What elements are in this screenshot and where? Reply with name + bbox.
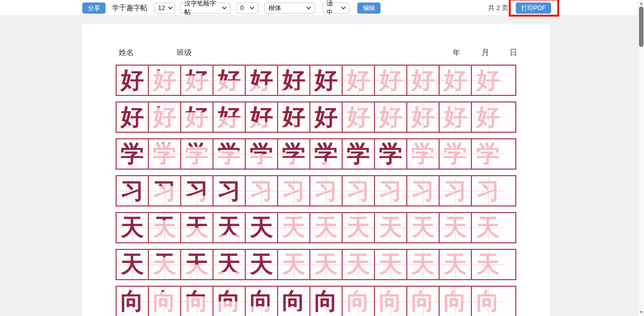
grid-cell: 学学	[343, 139, 375, 169]
grid-cell: 天	[343, 213, 375, 242]
stroke-progress-base: 学	[149, 139, 180, 169]
font-family-value: 楷体	[269, 4, 281, 13]
grid-cell: 学	[117, 139, 149, 169]
grid-cell: 好	[440, 102, 472, 132]
grid-cell: 习习	[149, 176, 181, 205]
chevron-down-icon	[222, 7, 227, 10]
grid-cell: 习	[375, 176, 407, 205]
edit-button[interactable]: 编辑	[357, 3, 381, 14]
density-select[interactable]: 适中	[323, 3, 350, 14]
worksheet-grid: 好好好好好好好好好好好好好好好好好好好好好好好好好好好好好好好好好好好好学学学学…	[116, 65, 517, 316]
scroll-up-arrow-icon[interactable]: ▲	[638, 0, 644, 6]
grid-cell: 天天	[149, 250, 181, 279]
grid-cell: 好好	[149, 102, 181, 132]
trace-character: 天	[278, 250, 309, 279]
share-button[interactable]: 分享	[82, 3, 105, 14]
density-value: 适中	[327, 0, 338, 17]
grid-cell: 好	[440, 66, 472, 95]
font-size-value: 12	[158, 5, 165, 12]
template-value: 汉字笔顺字帖	[184, 0, 219, 17]
scroll-down-arrow-icon[interactable]: ▼	[638, 309, 644, 315]
grid-cell: 习习	[181, 176, 213, 205]
example-character: 学	[117, 139, 148, 169]
trace-character: 习	[472, 176, 504, 205]
grid-cell: 天	[278, 250, 310, 279]
template-select[interactable]: 汉字笔顺字帖	[180, 3, 231, 14]
example-character: 向	[117, 287, 148, 316]
trace-character: 天	[407, 250, 439, 279]
trace-character: 习	[343, 176, 374, 205]
grid-row: 习习习习习习习习习习习习习习习	[116, 175, 516, 206]
grid-cell: 好	[375, 66, 407, 95]
toolbar: 分享 学于趣字帖 12 汉字笔顺字帖 0 楷体	[0, 0, 644, 16]
stroke-progress-ink: 好	[310, 102, 342, 132]
month-label: 月	[481, 48, 489, 58]
grid-cell: 习	[343, 176, 375, 205]
grid-cell: 向向	[149, 287, 181, 316]
trace-character: 好	[440, 66, 471, 95]
trace-character: 好	[472, 66, 504, 95]
example-character: 好	[117, 66, 148, 95]
grid-cell: 好好	[213, 102, 246, 132]
trace-character: 好	[407, 102, 439, 132]
chevron-down-icon	[250, 7, 254, 10]
trace-character: 天	[407, 213, 439, 242]
font-size-select[interactable]: 12	[154, 3, 175, 14]
grid-row: 好好好好好好好好好好好好好好好好好好	[116, 101, 516, 133]
stroke-progress-ink: 学	[375, 139, 406, 169]
font-family-select[interactable]: 楷体	[264, 3, 315, 14]
trace-character: 学	[472, 139, 504, 169]
grid-cell: 天	[343, 250, 375, 279]
trace-character: 天	[440, 213, 471, 242]
scrollbar-thumb[interactable]	[639, 7, 643, 47]
grid-cell: 好	[375, 102, 407, 132]
grid-cell: 向	[343, 287, 375, 316]
grid-cell: 向向	[310, 287, 343, 316]
trace-character: 习	[407, 176, 439, 205]
site-title: 学于趣字帖	[112, 4, 147, 13]
grid-cell: 好	[472, 102, 504, 132]
grid-cell: 好好	[278, 66, 310, 95]
trace-character: 天	[310, 250, 342, 279]
grid-row: 天天天天天天天天天天天天天天天天	[116, 212, 516, 243]
grid-cell: 向向	[246, 287, 278, 316]
name-label: 姓名	[119, 48, 134, 58]
grid-cell: 好	[117, 66, 149, 95]
grid-cell: 天	[375, 213, 407, 242]
chevron-down-icon	[168, 7, 173, 10]
grid-cell: 习	[472, 176, 504, 205]
chevron-down-icon	[306, 7, 311, 10]
stroke-option-select[interactable]: 0	[236, 3, 258, 14]
grid-cell: 天	[440, 213, 472, 242]
grid-cell: 天	[278, 213, 310, 242]
grid-cell: 向	[440, 287, 472, 316]
example-character: 习	[117, 176, 148, 205]
grid-cell: 好好	[310, 102, 343, 132]
example-character: 好	[117, 102, 148, 132]
stroke-progress-ink: 向	[310, 287, 342, 316]
scrollbar[interactable]: ▲ ▼	[637, 0, 644, 316]
stroke-progress-ink: 习	[213, 176, 245, 205]
grid-cell: 天	[117, 213, 149, 242]
trace-character: 天	[343, 213, 374, 242]
grid-cell: 天	[472, 213, 504, 242]
content-area: 姓名 班级 年 月 日 好好好好好好好好好好好好好好好好好好好好好好好好好好好好…	[0, 17, 637, 316]
print-pdf-button[interactable]: 打印PDF	[516, 3, 551, 14]
trace-character: 天	[310, 213, 342, 242]
example-character: 天	[117, 250, 148, 279]
trace-character: 好	[375, 102, 406, 132]
stroke-option-value: 0	[240, 5, 244, 12]
grid-cell: 向向	[278, 287, 310, 316]
trace-character: 天	[278, 213, 309, 242]
worksheet-header: 姓名 班级 年 月 日	[116, 48, 516, 59]
trace-character: 学	[440, 139, 471, 169]
grid-cell: 天天	[213, 250, 246, 279]
grid-cell: 向向	[181, 287, 213, 316]
grid-cell: 好	[343, 102, 375, 132]
grid-cell: 好好	[246, 66, 278, 95]
grid-cell: 好好	[278, 102, 310, 132]
trace-character: 习	[310, 176, 342, 205]
trace-character: 好	[343, 102, 374, 132]
grid-cell: 习	[310, 176, 343, 205]
grid-cell: 学学	[181, 139, 213, 169]
